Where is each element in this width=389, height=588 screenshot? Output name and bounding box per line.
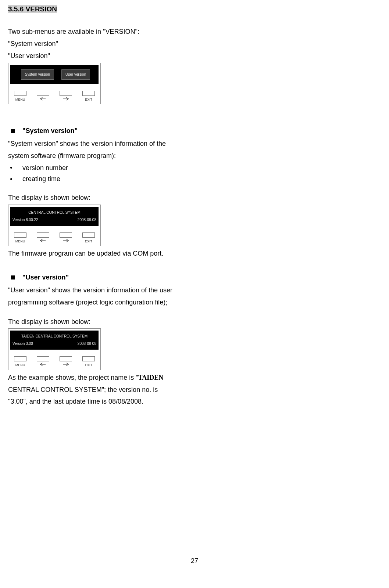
userver-after1: As the example shows, the project name i… <box>8 372 214 383</box>
lcd-sys-title: CENTRAL CONTROL SYSTEM <box>28 210 81 216</box>
section-heading: 3.5.6 VERSION <box>8 5 57 13</box>
lcd-hw-button-menu <box>14 356 26 361</box>
arrow-right-icon <box>63 239 69 242</box>
lcd-tab-system-version: System version <box>21 69 54 80</box>
userver-desc1: "User version" shows the version informa… <box>8 285 214 296</box>
lcd-btn-label-menu: MENU <box>15 239 25 244</box>
intro-line2: "System version" <box>8 39 214 49</box>
lcd-hw-button-exit <box>82 91 95 96</box>
arrow-left-icon <box>40 362 46 366</box>
userver-desc2: programming software (project logic conf… <box>8 297 214 308</box>
intro-line3: "User version" <box>8 51 214 61</box>
userver-after2: CENTRAL CONTROL SYSTEM"; the version no.… <box>8 385 214 395</box>
intro-line1: Two sub-menus are available in "VERSION"… <box>8 26 214 37</box>
lcd-hw-button-left <box>37 232 49 238</box>
sysver-display-label: The display is shown below: <box>8 192 214 203</box>
arrow-right-icon <box>63 97 69 101</box>
lcd-btn-label-menu: MENU <box>15 362 25 368</box>
dot-bullet-icon <box>10 167 12 169</box>
sysver-bullet1: version number <box>22 163 68 173</box>
lcd-user-title: TAIDEN CENTRAL CONTROL SYSTEM <box>21 333 88 339</box>
dot-bullet-icon <box>10 178 12 180</box>
lcd-sys-date: 2008-08-08 <box>78 217 96 223</box>
subheading-user-version: "User version" <box>22 272 69 283</box>
userver-after1a: As the example shows, the project name i… <box>8 374 138 381</box>
lcd-hw-button-right <box>60 232 72 238</box>
subheading-system-version: "System version" <box>22 126 78 136</box>
userver-after3: "3.00", and the last update time is 08/0… <box>8 396 214 407</box>
lcd-hw-button-right <box>60 356 72 361</box>
arrow-right-icon <box>63 362 69 366</box>
lcd-hw-button-exit <box>82 232 95 238</box>
userver-display-label: The display is shown below: <box>8 317 214 327</box>
lcd-btn-label-menu: MENU <box>15 97 25 102</box>
arrow-left-icon <box>40 239 46 242</box>
lcd-tab-user-version: User version <box>61 69 90 80</box>
lcd-hw-button-left <box>37 356 49 361</box>
sysver-after: The firmware program can be updated via … <box>8 248 214 259</box>
square-bullet-icon <box>11 129 15 133</box>
lcd-panel-user-version: TAIDEN CENTRAL CONTROL SYSTEM Version 3.… <box>8 328 101 370</box>
sysver-desc1: "System version" shows the version infor… <box>8 138 214 149</box>
page-footer: 27 <box>8 554 381 566</box>
lcd-panel-version-menu: System version User version MENU EXIT <box>8 63 101 104</box>
sysver-desc2: system software (firmware program): <box>8 151 214 161</box>
taiden-brand: TAIDEN <box>138 374 164 381</box>
lcd-hw-button-right <box>60 91 72 96</box>
lcd-btn-label-exit: EXIT <box>85 97 92 102</box>
lcd-screen: TAIDEN CENTRAL CONTROL SYSTEM Version 3.… <box>10 331 99 350</box>
lcd-screen: CENTRAL CONTROL SYSTEM Version 8.00.22 2… <box>10 207 99 226</box>
lcd-hw-button-left <box>37 91 49 96</box>
lcd-hw-button-menu <box>14 91 26 96</box>
lcd-btn-label-exit: EXIT <box>85 362 92 368</box>
lcd-user-version: Version 3.00 <box>13 341 33 347</box>
sysver-bullet2: creating time <box>22 174 60 184</box>
lcd-screen: System version User version <box>10 65 99 84</box>
lcd-btn-label-exit: EXIT <box>85 239 92 244</box>
lcd-hw-button-exit <box>82 356 95 361</box>
lcd-panel-system-version: CENTRAL CONTROL SYSTEM Version 8.00.22 2… <box>8 205 101 246</box>
square-bullet-icon <box>11 275 15 279</box>
lcd-user-date: 2008-08-08 <box>78 341 96 347</box>
lcd-hw-button-menu <box>14 232 26 238</box>
arrow-left-icon <box>40 97 46 101</box>
lcd-sys-version: Version 8.00.22 <box>13 217 38 223</box>
page-number: 27 <box>191 557 198 564</box>
